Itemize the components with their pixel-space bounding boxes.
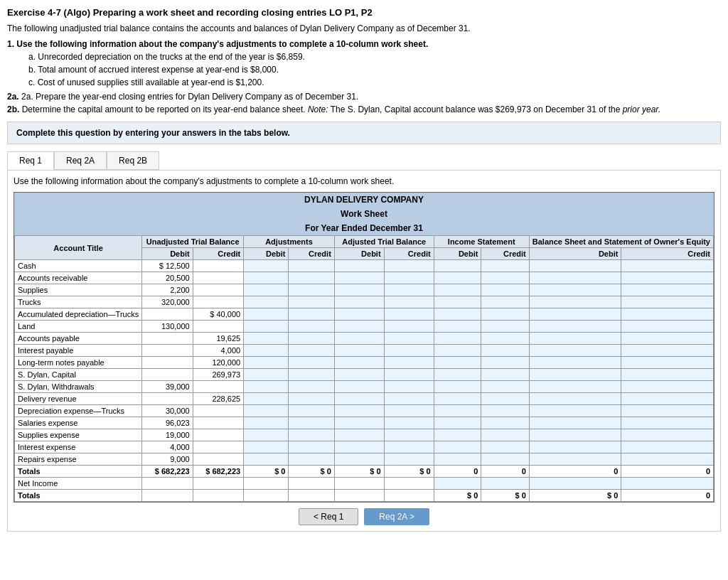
bs-credit-cell[interactable] [621,393,714,405]
is-credit-cell[interactable] [481,417,529,429]
tab-req1[interactable]: Req 1 [7,151,54,170]
atb-credit-cell[interactable] [384,453,434,466]
atb-debit-cell[interactable] [334,369,384,381]
adj-credit-cell[interactable] [289,284,334,296]
bs-credit-cell[interactable] [621,357,714,369]
bs-credit-cell[interactable] [621,381,714,393]
atb-credit-cell[interactable] [384,321,434,333]
is-credit-cell[interactable] [481,453,529,466]
bs-debit-cell[interactable] [529,260,621,272]
atb-debit-cell[interactable] [334,393,384,405]
bs-debit-cell[interactable] [529,296,621,308]
tab-req2b[interactable]: Req 2B [107,151,159,170]
is-credit-cell[interactable] [481,393,529,405]
atb-credit-cell[interactable] [384,296,434,308]
adj-credit-cell[interactable] [289,381,334,393]
adj-debit-cell[interactable] [244,345,289,357]
is-credit-cell[interactable] [481,357,529,369]
atb-credit-cell[interactable] [384,260,434,272]
atb-debit-cell[interactable] [334,284,384,296]
bs-debit-cell[interactable] [529,441,621,453]
bs-debit-cell[interactable] [529,405,621,417]
next-button[interactable]: Req 2A > [364,508,429,525]
bs-debit-cell[interactable] [529,272,621,284]
adj-credit-cell[interactable] [289,345,334,357]
is-credit-cell[interactable] [481,333,529,345]
is-debit-cell[interactable] [434,357,481,369]
bs-debit-cell[interactable] [529,333,621,345]
is-credit-cell[interactable] [481,381,529,393]
bs-debit-cell[interactable] [529,284,621,296]
is-debit-cell[interactable] [434,345,481,357]
adj-debit-cell[interactable] [244,381,289,393]
adj-credit-cell[interactable] [289,272,334,284]
adj-debit-cell[interactable] [244,441,289,453]
is-credit-cell[interactable] [481,272,529,284]
is-debit-cell[interactable] [434,272,481,284]
adj-credit-cell[interactable] [289,417,334,429]
net-income-cell[interactable] [529,478,621,490]
is-debit-cell[interactable] [434,333,481,345]
adj-debit-cell[interactable] [244,453,289,466]
bs-credit-cell[interactable] [621,296,714,308]
bs-credit-cell[interactable] [621,333,714,345]
net-income-cell[interactable] [621,478,714,490]
bs-credit-cell[interactable] [621,417,714,429]
is-credit-cell[interactable] [481,284,529,296]
adj-debit-cell[interactable] [244,369,289,381]
bs-credit-cell[interactable] [621,284,714,296]
atb-debit-cell[interactable] [334,357,384,369]
atb-debit-cell[interactable] [334,405,384,417]
adj-credit-cell[interactable] [289,296,334,308]
adj-debit-cell[interactable] [244,272,289,284]
is-debit-cell[interactable] [434,296,481,308]
adj-debit-cell[interactable] [244,260,289,272]
is-credit-cell[interactable] [481,429,529,441]
adj-credit-cell[interactable] [289,333,334,345]
bs-debit-cell[interactable] [529,417,621,429]
is-debit-cell[interactable] [434,308,481,321]
is-credit-cell[interactable] [481,405,529,417]
atb-debit-cell[interactable] [334,429,384,441]
bs-debit-cell[interactable] [529,357,621,369]
is-credit-cell[interactable] [481,296,529,308]
is-credit-cell[interactable] [481,321,529,333]
is-debit-cell[interactable] [434,405,481,417]
adj-debit-cell[interactable] [244,417,289,429]
atb-debit-cell[interactable] [334,296,384,308]
bs-credit-cell[interactable] [621,405,714,417]
bs-credit-cell[interactable] [621,369,714,381]
atb-debit-cell[interactable] [334,333,384,345]
bs-credit-cell[interactable] [621,272,714,284]
adj-debit-cell[interactable] [244,405,289,417]
is-credit-cell[interactable] [481,369,529,381]
bs-credit-cell[interactable] [621,429,714,441]
is-credit-cell[interactable] [481,260,529,272]
adj-credit-cell[interactable] [289,357,334,369]
adj-debit-cell[interactable] [244,393,289,405]
atb-credit-cell[interactable] [384,333,434,345]
adj-debit-cell[interactable] [244,321,289,333]
atb-debit-cell[interactable] [334,272,384,284]
atb-credit-cell[interactable] [384,345,434,357]
is-credit-cell[interactable] [481,308,529,321]
net-income-cell[interactable] [434,478,481,490]
bs-credit-cell[interactable] [621,453,714,466]
bs-credit-cell[interactable] [621,308,714,321]
atb-debit-cell[interactable] [334,417,384,429]
atb-debit-cell[interactable] [334,441,384,453]
atb-credit-cell[interactable] [384,284,434,296]
is-debit-cell[interactable] [434,381,481,393]
bs-credit-cell[interactable] [621,441,714,453]
bs-credit-cell[interactable] [621,345,714,357]
adj-debit-cell[interactable] [244,284,289,296]
atb-credit-cell[interactable] [384,381,434,393]
atb-credit-cell[interactable] [384,357,434,369]
atb-credit-cell[interactable] [384,417,434,429]
adj-debit-cell[interactable] [244,296,289,308]
atb-credit-cell[interactable] [384,369,434,381]
adj-credit-cell[interactable] [289,393,334,405]
is-credit-cell[interactable] [481,441,529,453]
atb-debit-cell[interactable] [334,308,384,321]
adj-credit-cell[interactable] [289,453,334,466]
